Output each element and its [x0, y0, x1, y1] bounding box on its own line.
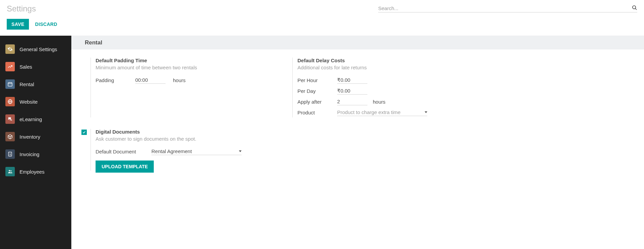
svg-rect-2: [8, 82, 12, 86]
svg-text:$: $: [9, 153, 11, 155]
product-select[interactable]: Product to charge extra time: [337, 109, 427, 116]
people-icon: [5, 167, 15, 176]
svg-line-1: [635, 8, 637, 10]
chevron-down-icon: [239, 150, 242, 152]
upload-template-button[interactable]: UPLOAD TEMPLATE: [96, 161, 154, 173]
sidebar-item-label: eLearning: [20, 116, 42, 122]
invoice-icon: $: [5, 149, 15, 159]
gear-icon: [5, 44, 15, 54]
main-content: Rental Default Padding Time Minimum amou…: [71, 36, 644, 249]
chevron-down-icon: [425, 111, 427, 113]
setting-description: Ask customer to sign documents on the sp…: [96, 136, 277, 142]
setting-title: Default Delay Costs: [297, 58, 478, 63]
setting-digital-documents: Digital Documents Ask customer to sign d…: [81, 129, 277, 173]
sidebar-item-label: General Settings: [20, 46, 57, 52]
field-label-product: Product: [297, 110, 337, 115]
svg-point-12: [9, 170, 10, 171]
setting-title: Digital Documents: [96, 129, 277, 135]
per-day-input[interactable]: [337, 87, 367, 95]
setting-description: Minimum amount of time between two renta…: [96, 65, 277, 70]
discard-button[interactable]: DISCARD: [35, 22, 57, 27]
field-label-apply-after: Apply after: [297, 99, 337, 105]
calendar-icon: [5, 79, 15, 89]
sidebar-item-inventory[interactable]: Inventory: [0, 128, 71, 145]
field-label-default-document: Default Document: [96, 149, 151, 154]
padding-input[interactable]: [135, 76, 166, 84]
sidebar-item-label: Invoicing: [20, 151, 39, 157]
save-button[interactable]: SAVE: [7, 19, 29, 30]
field-unit: hours: [173, 77, 186, 83]
sidebar-item-sales[interactable]: Sales: [0, 58, 71, 75]
svg-point-13: [10, 170, 11, 171]
sidebar-item-rental[interactable]: Rental: [0, 75, 71, 93]
field-unit: hours: [373, 99, 386, 105]
setting-title: Default Padding Time: [96, 58, 277, 63]
digital-documents-checkbox[interactable]: [81, 130, 87, 135]
sidebar-item-label: Sales: [20, 64, 32, 70]
apply-after-input[interactable]: [337, 98, 367, 105]
sidebar-item-label: Employees: [20, 169, 44, 175]
default-document-select[interactable]: Rental Agreement: [151, 148, 242, 155]
sidebar-item-invoicing[interactable]: $ Invoicing: [0, 145, 71, 163]
globe-icon: [5, 97, 15, 106]
setting-default-delay-costs: Default Delay Costs Additional costs for…: [283, 58, 478, 119]
sidebar: General Settings Sales Rental Website eL…: [0, 36, 71, 249]
sidebar-item-label: Rental: [20, 81, 34, 87]
sidebar-item-label: Inventory: [20, 134, 40, 140]
page-title: Settings: [7, 4, 36, 13]
sidebar-item-website[interactable]: Website: [0, 93, 71, 110]
sidebar-item-employees[interactable]: Employees: [0, 163, 71, 180]
svg-point-0: [633, 6, 636, 9]
field-label-padding: Padding: [96, 77, 135, 83]
field-label-per-day: Per Day: [297, 88, 337, 94]
box-icon: [5, 132, 15, 141]
search-icon[interactable]: [632, 5, 637, 11]
search-bar[interactable]: [378, 5, 637, 12]
section-header: Rental: [71, 36, 644, 49]
sidebar-item-elearning[interactable]: eLearning: [0, 110, 71, 128]
chart-icon: [5, 62, 15, 71]
chat-icon: [5, 114, 15, 124]
setting-default-padding-time: Default Padding Time Minimum amount of t…: [81, 58, 277, 119]
select-placeholder: Product to charge extra time: [337, 109, 422, 115]
field-label-per-hour: Per Hour: [297, 77, 337, 83]
sidebar-item-label: Website: [20, 99, 38, 105]
search-input[interactable]: [378, 5, 632, 11]
per-hour-input[interactable]: [337, 76, 367, 84]
setting-description: Additional costs for late returns: [297, 65, 478, 70]
select-value: Rental Agreement: [151, 148, 236, 154]
sidebar-item-general-settings[interactable]: General Settings: [0, 40, 71, 58]
